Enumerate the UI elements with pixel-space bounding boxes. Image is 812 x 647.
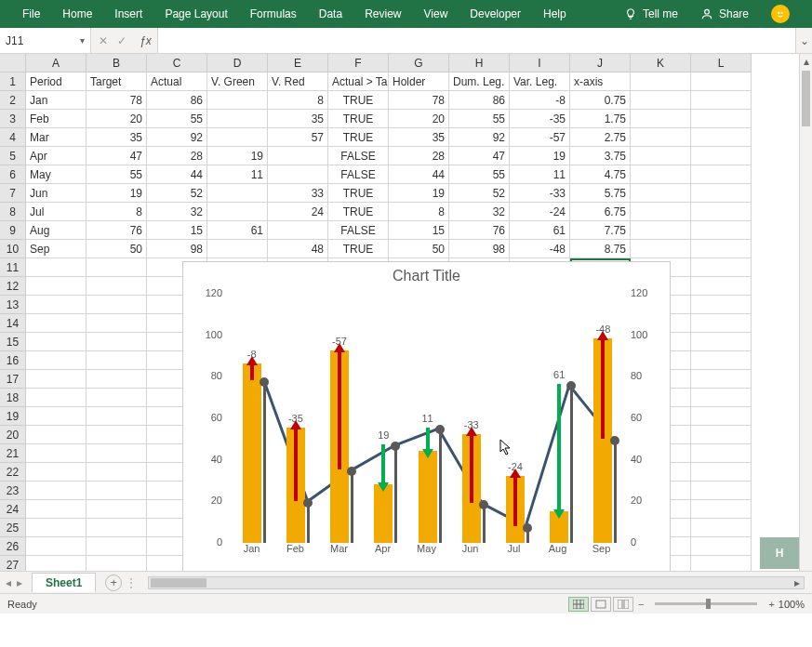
row-header-7[interactable]: 7: [0, 184, 26, 203]
cell-F5[interactable]: FALSE: [328, 147, 389, 165]
ribbon-tab-file[interactable]: File: [11, 0, 51, 28]
cell-K7[interactable]: [631, 184, 691, 203]
cell-B26[interactable]: [87, 537, 147, 556]
cell-J1[interactable]: x-axis: [570, 73, 631, 91]
row-header-26[interactable]: 26: [0, 537, 26, 556]
ribbon-tab-insert[interactable]: Insert: [103, 0, 153, 28]
zoom-in-button[interactable]: +: [765, 599, 778, 610]
cell-H7[interactable]: 52: [449, 184, 510, 203]
zoom-slider[interactable]: [655, 602, 757, 605]
cell-A5[interactable]: Apr: [26, 147, 87, 165]
cell-I2[interactable]: -8: [510, 91, 570, 110]
cell-A11[interactable]: [26, 258, 87, 277]
cell-L9[interactable]: [691, 221, 752, 240]
col-header-A[interactable]: A: [26, 54, 87, 73]
scroll-right-icon[interactable]: ▸: [791, 577, 804, 588]
cell-D10[interactable]: [207, 240, 268, 258]
row-header-8[interactable]: 8: [0, 203, 26, 221]
tell-me[interactable]: Tell me: [613, 0, 689, 28]
col-header-J[interactable]: J: [570, 54, 631, 73]
fx-icon[interactable]: ƒx: [134, 28, 157, 53]
row-header-2[interactable]: 2: [0, 91, 26, 110]
cell-F8[interactable]: TRUE: [328, 203, 389, 221]
cell-A16[interactable]: [26, 351, 87, 370]
cell-L20[interactable]: [691, 426, 752, 444]
sheet-nav-next-icon[interactable]: ▸: [17, 576, 22, 589]
cell-A21[interactable]: [26, 444, 87, 463]
cell-G2[interactable]: 78: [389, 91, 449, 110]
cell-G7[interactable]: 19: [389, 184, 449, 203]
cell-D6[interactable]: 11: [207, 165, 268, 184]
cell-K3[interactable]: [631, 110, 691, 128]
cell-G5[interactable]: 28: [389, 147, 449, 165]
cell-I10[interactable]: -48: [510, 240, 570, 258]
zoom-slider-knob[interactable]: [706, 599, 711, 609]
cell-B18[interactable]: [87, 389, 147, 407]
cell-F3[interactable]: TRUE: [328, 110, 389, 128]
cell-C2[interactable]: 86: [147, 91, 207, 110]
cell-B8[interactable]: 8: [87, 203, 147, 221]
cell-L8[interactable]: [691, 203, 752, 221]
ribbon-tab-view[interactable]: View: [413, 0, 459, 28]
cell-J3[interactable]: 1.75: [570, 110, 631, 128]
cell-B7[interactable]: 19: [87, 184, 147, 203]
row-header-3[interactable]: 3: [0, 110, 26, 128]
sheet-nav-prev-icon[interactable]: ◂: [6, 576, 11, 589]
cell-J6[interactable]: 4.75: [570, 165, 631, 184]
cell-B11[interactable]: [87, 258, 147, 277]
cell-E5[interactable]: [268, 147, 328, 165]
feedback-button[interactable]: [760, 0, 801, 28]
cell-K5[interactable]: [631, 147, 691, 165]
cell-J8[interactable]: 6.75: [570, 203, 631, 221]
cell-F7[interactable]: TRUE: [328, 184, 389, 203]
cell-A13[interactable]: [26, 296, 87, 314]
cell-C5[interactable]: 28: [147, 147, 207, 165]
row-header-21[interactable]: 21: [0, 444, 26, 463]
cell-C7[interactable]: 52: [147, 184, 207, 203]
ribbon-tab-pagelayout[interactable]: Page Layout: [153, 0, 238, 28]
row-header-22[interactable]: 22: [0, 463, 26, 482]
cell-B20[interactable]: [87, 426, 147, 444]
ribbon-tab-data[interactable]: Data: [308, 0, 353, 28]
cell-A3[interactable]: Feb: [26, 110, 87, 128]
cell-B3[interactable]: 20: [87, 110, 147, 128]
cell-B13[interactable]: [87, 296, 147, 314]
cell-F10[interactable]: TRUE: [328, 240, 389, 258]
cell-E3[interactable]: 35: [268, 110, 328, 128]
cell-L25[interactable]: [691, 519, 752, 537]
horizontal-scrollbar[interactable]: ◂ ▸: [148, 576, 805, 589]
cell-A15[interactable]: [26, 333, 87, 351]
cell-H4[interactable]: 92: [449, 128, 510, 147]
col-header-B[interactable]: B: [87, 54, 147, 73]
row-header-11[interactable]: 11: [0, 258, 26, 277]
cell-B19[interactable]: [87, 407, 147, 426]
cell-A22[interactable]: [26, 463, 87, 482]
cell-L16[interactable]: [691, 351, 752, 370]
embedded-chart[interactable]: Chart Title 020406080100120 020406080100…: [182, 261, 671, 596]
cell-G1[interactable]: Holder: [389, 73, 449, 91]
cell-A20[interactable]: [26, 426, 87, 444]
cell-D9[interactable]: 61: [207, 221, 268, 240]
cell-B14[interactable]: [87, 314, 147, 333]
cell-B2[interactable]: 78: [87, 91, 147, 110]
col-header-C[interactable]: C: [147, 54, 207, 73]
name-box[interactable]: J11 ▾: [0, 28, 91, 53]
sheet-tab-sheet1[interactable]: Sheet1: [32, 573, 96, 592]
cell-K6[interactable]: [631, 165, 691, 184]
cell-L2[interactable]: [691, 91, 752, 110]
cell-D4[interactable]: [207, 128, 268, 147]
hscroll-thumb[interactable]: [151, 578, 206, 588]
row-header-19[interactable]: 19: [0, 407, 26, 426]
col-header-H[interactable]: H: [449, 54, 510, 73]
cell-L12[interactable]: [691, 277, 752, 296]
cell-E1[interactable]: V. Red: [268, 73, 328, 91]
ribbon-tab-review[interactable]: Review: [353, 0, 412, 28]
cell-L24[interactable]: [691, 500, 752, 519]
cell-D7[interactable]: [207, 184, 268, 203]
cell-G10[interactable]: 50: [389, 240, 449, 258]
zoom-out-button[interactable]: −: [634, 599, 647, 610]
col-header-F[interactable]: F: [328, 54, 389, 73]
select-all-corner[interactable]: [0, 54, 26, 73]
cell-A6[interactable]: May: [26, 165, 87, 184]
cell-E6[interactable]: [268, 165, 328, 184]
